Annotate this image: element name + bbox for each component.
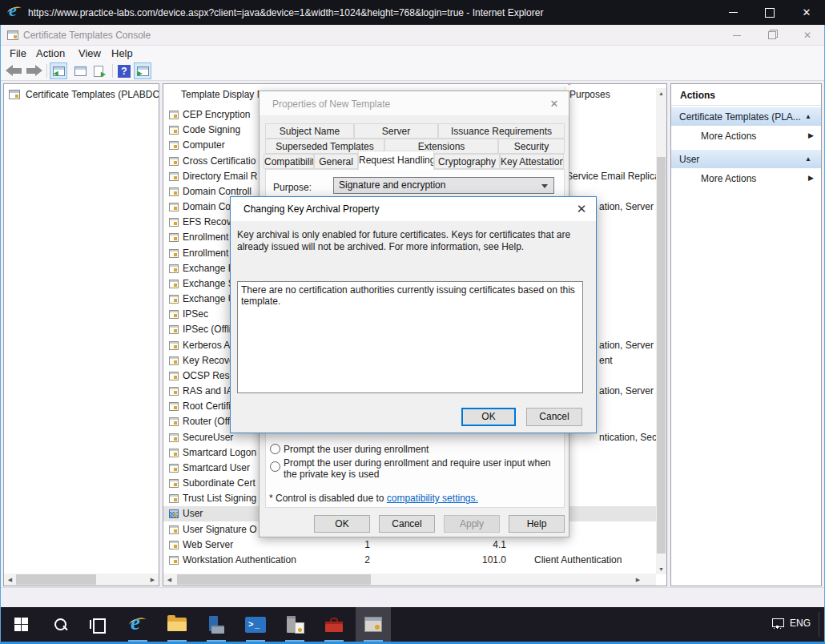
task-view-button[interactable]: [80, 607, 115, 642]
radio-prompt-during-enrollment[interactable]: [270, 444, 280, 454]
back-button[interactable]: [6, 65, 23, 77]
network-icon[interactable]: [771, 618, 785, 630]
action-pane-icon: ▶: [137, 66, 149, 76]
tab-subject-name[interactable]: Subject Name: [265, 123, 354, 139]
search-button[interactable]: [42, 607, 78, 642]
close-icon[interactable]: ✕: [570, 199, 593, 219]
radio-prompt-and-require-input[interactable]: [270, 461, 280, 472]
menu-bar: File Action View Help: [0, 46, 825, 62]
taskbar-administrative-tools[interactable]: [316, 607, 352, 642]
scrollbar-thumb[interactable]: [177, 574, 371, 585]
folder-icon: [167, 618, 187, 631]
intended-purposes-value: ent: [599, 353, 613, 368]
actions-section-certificate-templates[interactable]: Certificate Templates (PLA... ▲: [671, 107, 821, 126]
close-icon[interactable]: ✕: [545, 95, 564, 111]
scroll-right-icon[interactable]: ▶: [632, 574, 644, 586]
windows-logo-icon: [14, 618, 28, 631]
app-restore-button[interactable]: [755, 25, 790, 46]
cancel-button[interactable]: Cancel: [526, 408, 582, 426]
intended-purposes-value: Service Email Replica: [566, 169, 658, 184]
compatibility-settings-link[interactable]: compatibility settings.: [387, 493, 478, 504]
more-actions-item[interactable]: More Actions ▶: [671, 126, 821, 147]
template-name: Exchange E: [183, 261, 235, 276]
list-item[interactable]: Workstation Authentication2101.0Client A…: [163, 553, 658, 568]
scroll-left-icon[interactable]: ◀: [163, 574, 175, 586]
export-list-button[interactable]: ▶: [90, 62, 107, 79]
status-bar: [0, 587, 825, 607]
tab-key-attestation[interactable]: Key Attestation: [500, 154, 564, 169]
ok-button[interactable]: OK: [314, 515, 370, 533]
minimum-supported-cas-value: 1: [324, 537, 370, 553]
menu-action[interactable]: Action: [36, 47, 65, 59]
template-name: Workstation Authentication: [183, 553, 296, 568]
scrollbar-thumb[interactable]: [16, 574, 96, 585]
more-actions-item[interactable]: More Actions ▶: [671, 168, 821, 189]
tab-issuance-requirements[interactable]: Issuance Requirements: [438, 123, 565, 139]
template-name: Domain Co: [183, 199, 231, 215]
taskbar-certification-authority[interactable]: [277, 607, 312, 642]
dialog-titlebar: Properties of New Template ✕: [260, 91, 569, 115]
taskbar-powershell[interactable]: >_: [238, 607, 273, 642]
actions-section-user[interactable]: User ▲: [671, 150, 821, 168]
app-minimize-button[interactable]: [719, 25, 755, 46]
chevron-down-icon: [541, 184, 548, 188]
scroll-right-icon[interactable]: ▶: [147, 574, 159, 586]
scroll-left-icon[interactable]: ◀: [4, 574, 16, 586]
collapse-icon[interactable]: ▲: [805, 113, 811, 120]
list-horizontal-scrollbar[interactable]: ◀ ▶: [163, 574, 656, 586]
tab-request-handling[interactable]: Request Handling: [358, 151, 434, 170]
server-manager-icon: [207, 616, 226, 634]
scrollbar-thumb[interactable]: [657, 157, 666, 553]
purpose-combobox[interactable]: Signature and encryption: [333, 177, 554, 194]
column-header-purposes[interactable]: Purposes: [569, 89, 610, 100]
certificate-template-icon: [169, 556, 179, 565]
taskbar-internet-explorer[interactable]: e: [120, 607, 155, 642]
tab-compatibility[interactable]: Compatibility: [264, 154, 314, 169]
show-action-pane-button[interactable]: ▶: [134, 62, 151, 79]
help-button[interactable]: Help: [509, 515, 565, 533]
browser-maximize-button[interactable]: [751, 0, 788, 25]
internet-explorer-icon: e: [7, 5, 23, 21]
tab-cryptography[interactable]: Cryptography: [434, 154, 500, 169]
list-vertical-scrollbar[interactable]: ▲ ▼: [656, 88, 666, 574]
collapse-icon[interactable]: ▲: [805, 155, 811, 163]
ok-button[interactable]: OK: [461, 408, 516, 426]
scroll-up-icon[interactable]: ▲: [656, 88, 666, 99]
menu-file[interactable]: File: [10, 47, 26, 59]
cancel-button[interactable]: Cancel: [379, 515, 435, 533]
browser-title: https://www.practice-labs.com/device.asp…: [28, 7, 543, 18]
tab-security[interactable]: Security: [498, 139, 565, 154]
menu-help[interactable]: Help: [111, 47, 133, 59]
list-item[interactable]: Web Server14.1: [163, 537, 658, 553]
toolbar-separator: [112, 64, 113, 78]
archival-message: Key archival is only enabled for future …: [237, 229, 591, 253]
certificate-template-icon: [169, 494, 179, 503]
taskbar-certificate-console-active[interactable]: [356, 607, 391, 642]
apply-button: Apply: [444, 515, 500, 533]
properties-button[interactable]: [71, 62, 89, 79]
browser-minimize-button[interactable]: [714, 0, 751, 25]
forward-button[interactable]: [25, 65, 42, 77]
help-button[interactable]: ?: [115, 62, 133, 79]
app-close-button[interactable]: [790, 25, 825, 46]
certificate-template-icon: [169, 126, 179, 135]
show-console-tree-button[interactable]: ◀: [50, 62, 67, 79]
template-name: Enrollment: [183, 246, 228, 261]
tree-item-certificate-templates[interactable]: Certificate Templates (PLABDC0: [4, 87, 159, 102]
certificate-template-icon: [169, 280, 179, 288]
column-header-template-display-name[interactable]: Template Display Na: [181, 89, 269, 100]
browser-close-button[interactable]: [788, 0, 825, 25]
language-indicator[interactable]: ENG: [790, 618, 811, 629]
show-desktop-divider[interactable]: [819, 612, 819, 637]
scroll-down-icon[interactable]: ▼: [656, 564, 666, 574]
taskbar-server-manager[interactable]: [199, 607, 234, 642]
export-list-icon: ▶: [94, 66, 103, 77]
tab-general[interactable]: General: [314, 154, 358, 169]
menu-view[interactable]: View: [78, 47, 101, 59]
start-button[interactable]: [3, 607, 38, 642]
internet-explorer-icon: e: [128, 615, 147, 634]
tree-horizontal-scrollbar[interactable]: ◀ ▶: [4, 574, 159, 586]
tab-server[interactable]: Server: [354, 123, 438, 139]
taskbar-file-explorer[interactable]: [159, 607, 195, 642]
template-name: Smartcard User: [183, 461, 250, 476]
